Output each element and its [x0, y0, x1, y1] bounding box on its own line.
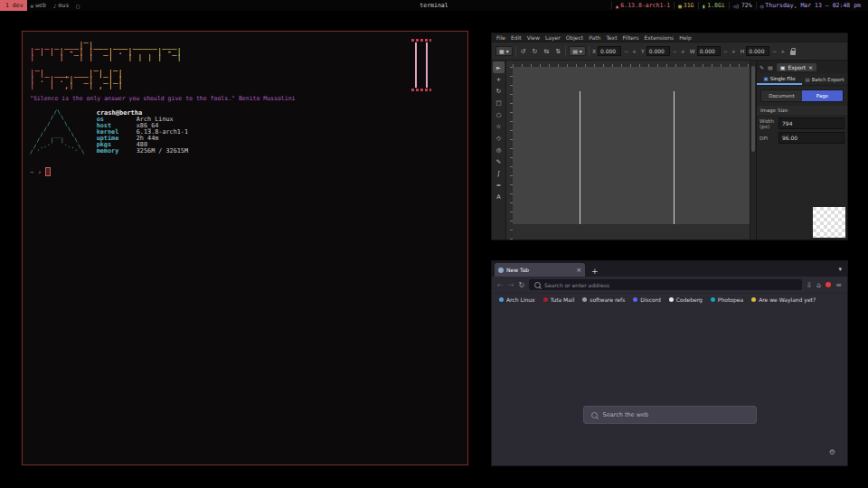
bookmark-item[interactable]: software refs [582, 296, 625, 303]
inkscape-window[interactable]: File Edit View Layer Object Path Text Fi… [491, 33, 848, 240]
tool-button[interactable]: ○ [493, 108, 505, 120]
increment-button[interactable]: + [631, 48, 637, 54]
workspace-tag[interactable]: ♪ mus [50, 0, 72, 11]
tab-batch-export[interactable]: ▤ Batch Export [802, 73, 847, 85]
dock-tab-strip: ✎ ▤ ▣ Export × [757, 61, 847, 73]
menu-item[interactable]: Help [679, 34, 692, 41]
field-label: H [741, 48, 745, 54]
menu-icon[interactable]: ≡ [835, 281, 842, 289]
status-module: ▦ 31G [674, 2, 697, 9]
tool-button[interactable]: A [493, 191, 505, 202]
vertical-ruler[interactable] [506, 67, 513, 239]
flip-vertical-button[interactable]: ⇅ [553, 47, 562, 56]
active-tab[interactable]: New Tab × [495, 263, 585, 277]
dpi-input[interactable]: 96.00 [778, 132, 844, 144]
tool-button[interactable]: ☆ [493, 120, 505, 132]
bookmark-item[interactable]: Codeberg [669, 296, 703, 303]
tool-button[interactable]: ◎ [493, 144, 505, 155]
menu-item[interactable]: Layer [545, 34, 561, 41]
field-input[interactable]: 0.000 [697, 46, 721, 56]
tool-button[interactable]: ◇ [493, 132, 505, 144]
personalize-gear-icon[interactable]: ⚙ [829, 448, 835, 456]
terminal-window[interactable]: _ _ _ _ ___| |___ ___ _____ ___ | | | | … [22, 31, 468, 465]
bookmark-item[interactable]: Discord [633, 296, 661, 303]
extension-recording-icon[interactable] [826, 282, 831, 287]
menu-item[interactable]: Edit [511, 34, 522, 41]
inkscape-canvas[interactable] [506, 61, 750, 239]
bookmark-label: Are we Wayland yet? [759, 296, 816, 303]
address-bar[interactable]: Search or enter address [529, 279, 801, 290]
bookmark-item[interactable]: Are we Wayland yet? [751, 296, 816, 303]
menu-item[interactable]: Filters [623, 34, 639, 41]
bookmark-item[interactable]: Tuta Mail [543, 296, 575, 303]
decrement-button[interactable]: − [722, 48, 729, 54]
workspace-tag[interactable]: ⊕ web [27, 0, 50, 11]
workspace-list: 1 dev ⊕ web ♪ mus □ [0, 0, 85, 11]
tool-button[interactable]: ► [493, 61, 505, 73]
tool-button[interactable]: □ [493, 97, 505, 108]
layers-dock-icon[interactable]: ▤ [768, 64, 773, 70]
drawn-line[interactable] [580, 91, 580, 224]
menu-item[interactable]: Object [566, 34, 584, 41]
rotate-cw-button[interactable]: ↻ [531, 47, 540, 56]
image-size-header: Image Size [757, 106, 847, 115]
width-input[interactable]: 794 [778, 117, 844, 129]
workspace-tag[interactable]: 1 dev [0, 0, 27, 11]
workspace-tag[interactable]: □ [72, 0, 85, 11]
coordinate-field: W 0.000 − + [690, 46, 737, 56]
selection-mode-dropdown[interactable]: ▦ ▾ [495, 46, 513, 56]
menu-item[interactable]: Extensions [645, 34, 675, 41]
tab-single-file[interactable]: ▣ Single File [757, 73, 802, 85]
field-input[interactable]: 0.000 [646, 46, 670, 56]
flip-horizontal-button[interactable]: ⇆ [542, 47, 551, 56]
menu-item[interactable]: Text [606, 34, 617, 41]
horizontal-ruler[interactable] [513, 61, 750, 67]
bookmark-item[interactable]: Arch Linux [499, 296, 535, 303]
decrement-button[interactable]: − [771, 48, 778, 54]
close-icon[interactable]: × [808, 64, 813, 70]
raise-lower-dropdown[interactable]: ▤ ▾ [569, 46, 586, 56]
decrement-button[interactable]: − [672, 48, 678, 54]
reload-button[interactable]: ↻ [518, 281, 524, 289]
home-icon[interactable]: ⌂ [816, 281, 821, 289]
menu-item[interactable]: File [496, 34, 505, 41]
tool-button[interactable]: + [493, 73, 505, 85]
scope-page-button[interactable]: Page [802, 90, 843, 101]
status-module: ◁) 72% [729, 2, 756, 9]
lock-ratio-icon[interactable] [790, 51, 796, 55]
close-tab-icon[interactable]: × [576, 267, 581, 274]
tool-button[interactable]: ≈ [493, 179, 505, 191]
increment-button[interactable]: + [680, 48, 686, 54]
shell-prompt[interactable]: ~ › [30, 167, 460, 176]
status-icon: ▮ [703, 3, 706, 9]
menu-item[interactable]: View [527, 34, 540, 41]
browser-window[interactable]: New Tab × + ▾ ← → ↻ Search or enter addr… [491, 260, 848, 466]
scope-document-button[interactable]: Document [761, 90, 802, 101]
bookmark-label: Arch Linux [506, 296, 535, 303]
fetch-rows: os Arch Linux host x86_64 kernel 6 [97, 117, 188, 155]
tool-button[interactable]: ✎ [493, 155, 505, 167]
field-input[interactable]: 0.000 [746, 46, 769, 56]
downloads-icon[interactable]: ⇩ [807, 281, 813, 289]
tool-button[interactable]: ↻ [493, 85, 505, 97]
bookmark-item[interactable]: Photopea [711, 296, 743, 303]
bookmark-favicon [633, 297, 637, 302]
forward-button[interactable]: → [508, 281, 514, 289]
field-input[interactable]: 0.000 [598, 46, 621, 56]
canvas-scrollbar[interactable] [750, 61, 756, 239]
decrement-button[interactable]: − [623, 48, 629, 54]
new-tab-button[interactable]: + [591, 267, 599, 276]
increment-button[interactable]: + [779, 48, 786, 54]
web-search-input[interactable]: Search the web [583, 406, 757, 424]
export-dock-tab[interactable]: ▣ Export × [777, 63, 816, 71]
workspace-icon: □ [76, 3, 80, 9]
list-all-tabs-icon[interactable]: ▾ [838, 266, 842, 273]
increment-button[interactable]: + [731, 48, 737, 54]
canvas-page[interactable] [513, 67, 750, 224]
drawn-line[interactable] [674, 91, 675, 224]
tool-button[interactable]: ∫ [493, 167, 505, 179]
pencil-dock-icon[interactable]: ✎ [760, 64, 764, 70]
menu-item[interactable]: Path [589, 34, 600, 41]
back-button[interactable]: ← [497, 281, 504, 289]
rotate-ccw-button[interactable]: ↺ [519, 47, 528, 56]
